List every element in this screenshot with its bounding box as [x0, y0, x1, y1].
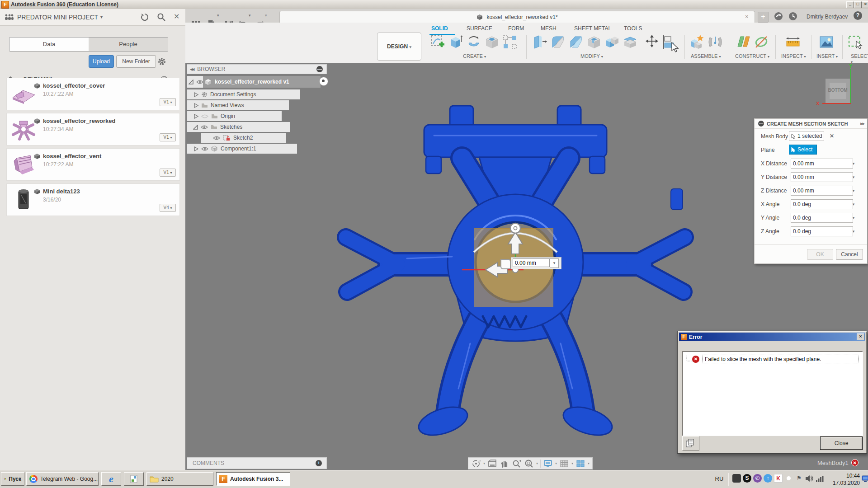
workspace-selector[interactable]: DESIGN ▾	[377, 33, 421, 61]
start-button[interactable]: Пуск	[1, 472, 24, 486]
file-card-kossel-effector-vent[interactable]: kossel_effector_vent 10:27:22 AM V1 ▾	[6, 148, 180, 181]
display-settings-icon[interactable]	[543, 459, 553, 468]
browser-node-component1[interactable]: Component1:1	[187, 144, 297, 154]
fillet-icon[interactable]	[550, 34, 567, 51]
kaspersky-icon[interactable]: K	[774, 474, 783, 483]
collapsed-triangle-icon[interactable]	[194, 103, 198, 108]
revolve-icon[interactable]	[466, 34, 483, 51]
chamfer-icon[interactable]	[568, 34, 585, 51]
error-close-button[interactable]: Close	[821, 437, 862, 450]
refresh-icon[interactable]	[140, 13, 149, 22]
new-component-icon[interactable]	[689, 34, 706, 51]
zoom-icon[interactable]	[512, 459, 522, 468]
document-tab[interactable]: kossel_effector_reworked v1*	[279, 11, 755, 23]
browser-node-sketches[interactable]: Sketches	[187, 122, 290, 132]
collapsed-triangle-icon[interactable]	[194, 114, 198, 119]
y-distance-caret-icon[interactable]: ▾	[849, 172, 858, 182]
select-window-icon[interactable]	[847, 34, 864, 51]
file-card-kossel-effector-cover[interactable]: kossel_effector_cover 10:27:22 AM V1 ▾	[6, 78, 180, 110]
viewports-icon[interactable]	[576, 459, 585, 468]
browser-options-icon[interactable]: —	[316, 66, 323, 72]
ribbon-tab-form[interactable]: FORM	[508, 25, 524, 32]
combine-icon[interactable]	[604, 34, 621, 51]
project-caret-icon[interactable]: ▾	[100, 14, 103, 19]
select-paint-icon[interactable]	[865, 34, 868, 51]
viewports-caret-icon[interactable]: ▾	[588, 461, 590, 465]
collapsed-triangle-icon[interactable]	[194, 92, 198, 97]
x-distance-caret-icon[interactable]: ▾	[849, 159, 858, 169]
add-comment-icon[interactable]: +	[316, 460, 322, 466]
x-distance-input[interactable]	[791, 159, 853, 169]
taskbar-chrome-window[interactable]: Telegram Web - Goog...	[26, 472, 99, 486]
grid-caret-icon[interactable]: ▾	[571, 461, 573, 465]
activate-component-radio[interactable]	[319, 77, 328, 86]
ribbon-tab-solid[interactable]: SOLID	[431, 25, 448, 32]
file-name[interactable]: kossel_effector_reworked	[43, 117, 115, 124]
file-name[interactable]: kossel_effector_vent	[43, 153, 101, 160]
file-name[interactable]: kossel_effector_cover	[43, 82, 105, 89]
project-name[interactable]: PREDATOR MINI PROJECT	[17, 14, 98, 21]
error-close-icon[interactable]: ×	[857, 333, 864, 340]
y-angle-input[interactable]	[791, 213, 853, 223]
shell-icon[interactable]	[586, 34, 603, 51]
hole-icon[interactable]	[484, 34, 501, 51]
browser-root-node[interactable]: kossel_effector_reworked v1	[203, 76, 321, 88]
split-body-icon[interactable]	[622, 34, 639, 51]
version-badge[interactable]: V1 ▾	[160, 98, 176, 106]
look-at-icon[interactable]	[487, 459, 497, 468]
browser-node-origin[interactable]: Origin	[187, 111, 282, 121]
error-message[interactable]: Failed to slice the mesh with the specif…	[702, 355, 859, 363]
move-icon[interactable]	[644, 34, 661, 51]
insert-image-icon[interactable]	[818, 34, 835, 51]
close-button[interactable]: ×	[862, 1, 868, 8]
visibility-eye-icon[interactable]	[201, 125, 208, 130]
comments-bar[interactable]: COMMENTS +	[187, 457, 327, 469]
minimize-button[interactable]: _	[846, 1, 854, 8]
tray-record-icon[interactable]: S	[743, 474, 751, 483]
dialog-header[interactable]: — CREATE MESH SECTION SKETCH ▶▶	[755, 119, 867, 129]
file-menu-caret-icon[interactable]: ▾	[217, 13, 219, 18]
ribbon-tab-surface[interactable]: SURFACE	[467, 25, 492, 32]
clock-history-icon[interactable]	[788, 12, 797, 21]
version-badge[interactable]: V4 ▾	[160, 204, 176, 212]
group-label-create[interactable]: CREATE ▾	[463, 53, 486, 59]
undo-caret-icon[interactable]: ▾	[249, 13, 251, 18]
z-distance-caret-icon[interactable]: ▾	[849, 186, 858, 196]
visibility-eye-icon[interactable]	[196, 80, 203, 84]
group-label-select[interactable]: SELECT ▾	[851, 53, 868, 64]
grid-display-icon[interactable]	[559, 459, 569, 468]
tab-people[interactable]: People	[89, 38, 168, 51]
browser-node-named-views[interactable]: Named Views	[187, 100, 289, 110]
version-badge[interactable]: V1 ▾	[160, 169, 176, 177]
orbit-icon[interactable]	[471, 459, 481, 468]
press-pull-icon[interactable]	[532, 34, 549, 51]
language-indicator[interactable]: RU	[712, 474, 726, 484]
mesh-body-selected-button[interactable]: 1 selected	[789, 131, 824, 141]
group-label-modify[interactable]: MODIFY ▾	[580, 53, 603, 59]
zoom-window-caret-icon[interactable]: ▾	[536, 461, 538, 465]
pan-icon[interactable]	[500, 459, 509, 468]
taskbar-clock[interactable]: 10:44 17.03.2020	[827, 472, 860, 487]
y-distance-input[interactable]	[791, 172, 853, 182]
ok-button[interactable]: OK	[807, 249, 833, 260]
user-name[interactable]: Dmitriy Berdyaev	[807, 14, 848, 20]
team-icon[interactable]	[5, 14, 14, 21]
browser-node-sketch2[interactable]: Sketch2	[201, 133, 286, 143]
network-icon[interactable]	[816, 475, 824, 482]
maximize-button[interactable]: □	[854, 1, 862, 8]
action-center-icon[interactable]: ⚑	[795, 474, 803, 483]
expand-triangle-icon[interactable]	[189, 80, 193, 84]
visibility-eye-off-icon[interactable]	[201, 114, 208, 119]
taskbar-folder-window[interactable]: 2020	[146, 472, 213, 486]
collapsed-triangle-icon[interactable]	[194, 146, 198, 151]
visibility-eye-icon[interactable]	[213, 136, 220, 141]
zoom-window-icon[interactable]	[524, 459, 534, 468]
group-label-assemble[interactable]: ASSEMBLE ▾	[691, 53, 721, 59]
help-icon[interactable]: ?	[854, 11, 862, 20]
plane-select-button[interactable]: Select	[789, 145, 817, 155]
close-data-panel-icon[interactable]: ✕	[174, 12, 179, 21]
measure-icon[interactable]	[785, 34, 802, 51]
new-document-tab-button[interactable]: +	[758, 12, 769, 23]
file-card-kossel-effector-reworked[interactable]: kossel_effector_reworked 10:27:34 AM V1 …	[6, 113, 180, 145]
z-angle-caret-icon[interactable]: ▾	[849, 226, 858, 236]
